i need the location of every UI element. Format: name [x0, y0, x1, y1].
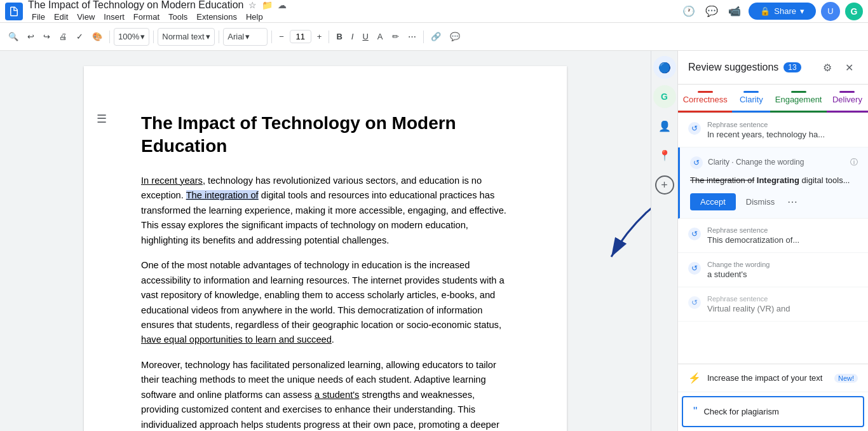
plagiarism-text: Check for plagiarism — [703, 407, 853, 416]
para1-highlighted: The integration of — [186, 190, 259, 200]
tab-engagement[interactable]: Engagement — [770, 85, 827, 113]
menu-help[interactable]: Help — [242, 11, 267, 23]
info-icon[interactable]: ⓘ — [850, 157, 858, 168]
delivery-indicator — [839, 91, 855, 93]
suggestion-icon-2: ↺ — [690, 156, 703, 169]
bold-button[interactable]: B — [333, 28, 345, 46]
menu-toggle-icon[interactable]: ☰ — [97, 112, 107, 126]
toolbar-separator-2 — [153, 31, 154, 43]
style-chevron-icon: ▾ — [206, 32, 210, 41]
zoom-selector[interactable]: 100% ▾ — [114, 28, 149, 46]
impact-item[interactable]: ⚡ Increase the impact of your text New! — [678, 364, 868, 392]
decrease-font-button[interactable]: − — [276, 28, 287, 46]
avatar[interactable]: U — [821, 2, 840, 21]
insert-comment-button[interactable]: 💬 — [447, 28, 463, 46]
grammarly-logo[interactable]: G — [845, 3, 863, 20]
underline-button[interactable]: U — [359, 28, 371, 46]
chat-icon[interactable]: 💬 — [703, 3, 721, 20]
suggestion-preview-1: In recent years, technology ha... — [707, 130, 858, 139]
menu-format[interactable]: Format — [130, 11, 163, 23]
dismiss-button[interactable]: Dismiss — [741, 193, 780, 210]
document-page: ☰ The Impact of Technology on Modern Edu… — [84, 66, 567, 431]
text-color-button[interactable]: A — [374, 28, 386, 46]
suggestion-preview-4: a student's — [707, 270, 858, 279]
menu-insert[interactable]: Insert — [100, 11, 128, 23]
history-icon[interactable]: 🕐 — [680, 3, 698, 20]
plagiarism-item[interactable]: " Check for plagiarism — [682, 396, 864, 427]
video-icon[interactable]: 📹 — [726, 3, 743, 20]
suggestion-item-3[interactable]: ↺ Rephrase sentence This democratization… — [678, 219, 868, 253]
panel-header: Review suggestions 13 ⚙ ✕ — [678, 51, 868, 85]
engagement-indicator — [791, 91, 806, 93]
paragraph-1: In recent years, technology has revoluti… — [141, 174, 510, 248]
side-icon-docs[interactable]: 🔵 — [653, 56, 676, 79]
settings-button[interactable]: ⚙ — [818, 58, 836, 76]
increase-font-button[interactable]: + — [314, 28, 325, 46]
suggestion-item-4[interactable]: ↺ Change the wording a student's — [678, 253, 868, 287]
suggestion-content-1: Rephrase sentence In recent years, techn… — [707, 121, 858, 139]
more-formatting-button[interactable]: ⋯ — [405, 28, 419, 46]
suggestion-preview-5: Virtual reality (VR) and — [707, 304, 858, 313]
original-text-strikethrough: The integration of — [690, 175, 754, 185]
menu-extensions[interactable]: Extensions — [193, 11, 241, 23]
accept-button[interactable]: Accept — [690, 193, 736, 210]
suggestion-content-4: Change the wording a student's — [707, 261, 858, 279]
arrow-overlay — [560, 130, 651, 289]
grammarly-panel: Review suggestions 13 ⚙ ✕ Correctness Cl… — [677, 51, 868, 431]
share-button[interactable]: 🔒 Share ▾ — [749, 3, 816, 20]
suggestion-label-4: Change the wording — [707, 261, 858, 268]
accept-dismiss-row: Accept Dismiss ⋯ — [690, 193, 858, 210]
search-button[interactable]: 🔍 — [5, 28, 22, 46]
expanded-label: Clarity · Change the wording — [708, 158, 845, 167]
star-icon[interactable]: ☆ — [248, 0, 257, 10]
document-title[interactable]: The Impact of Technology on Modern Educa… — [28, 0, 243, 11]
side-icon-people[interactable]: 👤 — [653, 114, 676, 137]
suggestion-item-1[interactable]: ↺ Rephrase sentence In recent years, tec… — [678, 113, 868, 147]
tab-delivery[interactable]: Delivery — [827, 85, 868, 113]
suggestion-item-2[interactable]: ↺ Clarity · Change the wording ⓘ The int… — [678, 147, 868, 219]
suggestion-item-5[interactable]: ↺ Rephrase sentence Virtual reality (VR)… — [678, 287, 868, 322]
spellcheck-button[interactable]: ✓ — [73, 28, 86, 46]
replacement-text: Integrating — [757, 175, 799, 185]
insert-link-button[interactable]: 🔗 — [428, 28, 444, 46]
para3-underline: a student's — [315, 390, 359, 400]
document-area[interactable]: ☰ The Impact of Technology on Modern Edu… — [0, 51, 651, 431]
side-icon-grammarly[interactable]: G — [653, 85, 676, 108]
print-button[interactable]: 🖨 — [56, 28, 71, 46]
new-badge: New! — [834, 374, 858, 383]
toolbar-separator-3 — [219, 31, 219, 43]
suggestion-label-5: Rephrase sentence — [707, 295, 858, 303]
font-selector[interactable]: Arial ▾ — [223, 28, 268, 46]
highlight-button[interactable]: ✏ — [389, 28, 402, 46]
undo-button[interactable]: ↩ — [24, 28, 37, 46]
paragraph-2: One of the most notable advantages of te… — [141, 258, 510, 348]
more-options-button[interactable]: ⋯ — [785, 193, 800, 210]
italic-button[interactable]: I — [348, 28, 357, 46]
suggestion-icon-3: ↺ — [688, 228, 701, 240]
para2-underline: have equal opportunities to learn and su… — [141, 334, 332, 345]
folder-icon[interactable]: 📁 — [262, 0, 273, 10]
side-icon-maps[interactable]: 📍 — [653, 144, 676, 167]
menu-view[interactable]: View — [73, 11, 98, 23]
menu-items: File Edit View Insert Format Tools Exten… — [28, 11, 675, 23]
close-panel-button[interactable]: ✕ — [840, 58, 858, 76]
plagiarism-icon: " — [693, 405, 697, 418]
tab-clarity[interactable]: Clarity — [732, 85, 770, 113]
suggestion-icon-1: ↺ — [688, 122, 701, 135]
expanded-text: The integration of Integrating digital t… — [690, 174, 858, 187]
cloud-icon[interactable]: ☁ — [278, 0, 287, 10]
menu-file[interactable]: File — [28, 11, 49, 23]
menu-tools[interactable]: Tools — [165, 11, 191, 23]
menu-bar: The Impact of Technology on Modern Educa… — [0, 0, 868, 23]
menu-edit[interactable]: Edit — [50, 11, 72, 23]
redo-button[interactable]: ↪ — [40, 28, 53, 46]
tab-correctness[interactable]: Correctness — [678, 85, 732, 113]
lock-icon: 🔒 — [760, 6, 770, 16]
doc-title-area: The Impact of Technology on Modern Educa… — [28, 0, 675, 23]
panel-icon-buttons: ⚙ ✕ — [818, 58, 858, 76]
font-size-input[interactable] — [290, 30, 311, 43]
document-heading: The Impact of Technology on Modern Educa… — [141, 112, 510, 158]
paint-format-button[interactable]: 🎨 — [89, 28, 105, 46]
side-icon-add[interactable]: + — [655, 175, 674, 195]
style-selector[interactable]: Normal text ▾ — [158, 28, 215, 46]
